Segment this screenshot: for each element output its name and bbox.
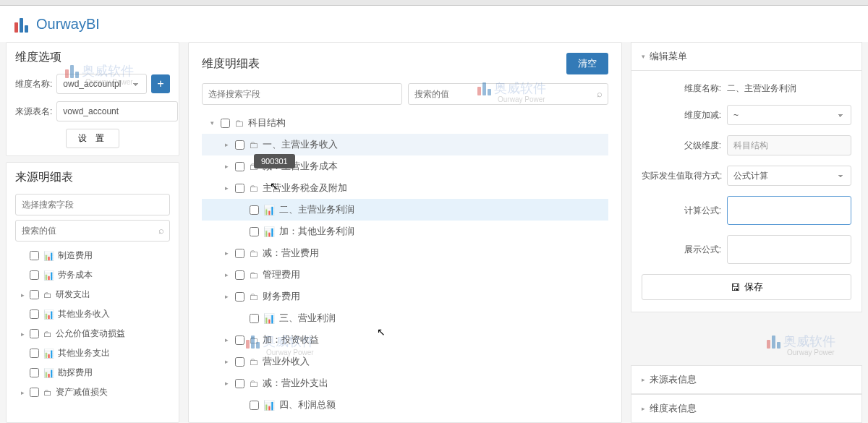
dim-pm-select[interactable]: ~ xyxy=(727,105,851,125)
tree-item[interactable]: ▸🗀公允价值变动损益 xyxy=(15,324,170,343)
tree-item[interactable]: 📊劳务成本 xyxy=(15,265,170,285)
tree-item[interactable]: ▸🗀减：营业费用 xyxy=(202,242,608,264)
folder-icon: 🗀 xyxy=(249,183,258,194)
search-icon[interactable]: ⌕ xyxy=(597,88,603,99)
edit-menu-header[interactable]: ▾ 编辑菜单 xyxy=(631,42,862,71)
save-icon: 🖫 xyxy=(731,282,740,293)
detail-table-title: 维度明细表 xyxy=(202,56,566,72)
parent-dim-input xyxy=(727,135,851,155)
edit-form: 维度名称:二、主营业务利润 维度加减:~ 父级维度: 实际发生值取得方式:公式计… xyxy=(631,71,862,312)
chart-icon: 📊 xyxy=(263,313,275,324)
tree-item[interactable]: 📊勘探费用 xyxy=(15,363,170,383)
tree-item[interactable]: ▸🗀财务费用 xyxy=(202,286,608,307)
folder-icon: 🗀 xyxy=(249,140,258,150)
tree-item[interactable]: 📊制造费用 xyxy=(15,246,170,265)
detail-title: 来源明细表 xyxy=(15,170,170,185)
source-info-header[interactable]: ▸来源表信息 xyxy=(631,365,862,394)
source-table-label: 来源表名: xyxy=(15,106,52,118)
tree-item[interactable]: 📊其他业务支出 xyxy=(15,343,170,363)
tree-item[interactable]: 📊三、营业利润 xyxy=(202,307,608,329)
folder-icon: 🗀 xyxy=(249,378,258,389)
tree-item[interactable]: ▸🗀减：营业外支出 xyxy=(202,372,608,394)
options-title: 维度选项 xyxy=(15,50,170,65)
folder-icon: 🗀 xyxy=(249,356,258,367)
chart-icon: 📊 xyxy=(263,400,275,411)
folder-icon: 🗀 xyxy=(43,329,52,339)
chevron-right-icon: ▸ xyxy=(642,405,645,412)
tree-item[interactable]: 📊以前年度损益调整 xyxy=(15,402,170,405)
dimension-options-panel: 维度选项 维度名称: owd_accountpl + 来源表名: 设 置 xyxy=(6,42,179,156)
folder-icon: 🗀 xyxy=(249,248,258,259)
calc-formula-input[interactable] xyxy=(727,196,851,225)
display-formula-input[interactable] xyxy=(727,235,851,264)
search-field-input[interactable] xyxy=(15,194,170,215)
chart-icon: 📊 xyxy=(43,349,54,359)
tree-item[interactable]: ▸🗀管理费用 xyxy=(202,264,608,286)
brand-name: OurwayBI xyxy=(36,16,100,33)
save-button[interactable]: 🖫保存 xyxy=(642,274,851,300)
tree-item[interactable]: ▸🗀营业外收入 xyxy=(202,351,608,372)
folder-icon: 🗀 xyxy=(43,290,52,300)
source-table-input[interactable] xyxy=(56,101,178,121)
chart-icon: 📊 xyxy=(43,368,54,378)
tree-item[interactable]: 📊四、利润总额 xyxy=(202,394,608,416)
tree-item[interactable]: 📊二、主营业务利润 xyxy=(202,199,608,221)
tree-item[interactable]: 📊加：其他业务利润 xyxy=(202,221,608,242)
edit-dim-name: 二、主营业务利润 xyxy=(727,82,851,95)
search-icon[interactable]: ⌕ xyxy=(158,225,164,236)
chart-icon: 📊 xyxy=(43,251,54,261)
dim-name-label: 维度名称: xyxy=(15,78,52,90)
folder-icon: 🗀 xyxy=(43,388,52,398)
chart-icon: 📊 xyxy=(263,205,275,215)
mid-search-field[interactable] xyxy=(202,83,402,105)
add-button[interactable]: + xyxy=(151,74,170,93)
settings-button[interactable]: 设 置 xyxy=(66,129,119,148)
tree-item[interactable]: ▸🗀一、主营业务收入 xyxy=(202,134,608,155)
tree-item[interactable]: ▸🗀研发支出 xyxy=(15,285,170,304)
logo-icon xyxy=(14,15,32,33)
clear-button[interactable]: 清空 xyxy=(566,53,608,74)
detail-table-panel: 维度明细表 清空 ⌕ 900301 ↖ ↖ ▾🗀科目结构▸🗀一、主营业务收入▸🗀… xyxy=(188,42,622,423)
dim-info-header[interactable]: ▸维度表信息 xyxy=(631,394,862,423)
tree-item[interactable]: ▸🗀资产减值损失 xyxy=(15,383,170,402)
folder-icon: 🗀 xyxy=(234,118,244,129)
actual-method-select[interactable]: 公式计算 xyxy=(727,166,851,186)
chart-icon: 📊 xyxy=(43,270,54,281)
chevron-right-icon: ▸ xyxy=(642,376,645,383)
mid-search-value[interactable] xyxy=(408,83,608,105)
tree-item[interactable]: ▸🗀主营业务税金及附加 xyxy=(202,177,608,199)
source-detail-panel: 来源明细表 ⌕ 📊制造费用📊劳务成本▸🗀研发支出📊其他业务收入▸🗀公允价值变动损… xyxy=(6,162,179,423)
search-value-input[interactable] xyxy=(15,220,170,242)
app-header: OurwayBI xyxy=(0,6,868,42)
chart-icon: 📊 xyxy=(43,309,54,320)
tree-item[interactable]: ▾🗀科目结构 xyxy=(202,112,608,134)
chevron-down-icon: ▾ xyxy=(642,53,645,60)
source-tree[interactable]: 📊制造费用📊劳务成本▸🗀研发支出📊其他业务收入▸🗀公允价值变动损益📊其他业务支出… xyxy=(15,246,170,405)
tooltip: 900301 xyxy=(254,154,295,168)
folder-icon: 🗀 xyxy=(249,270,258,281)
tree-item[interactable]: 📊其他业务收入 xyxy=(15,304,170,324)
folder-icon: 🗀 xyxy=(249,335,258,346)
tree-item[interactable]: ▸🗀加：投资收益 xyxy=(202,329,608,351)
chart-icon: 📊 xyxy=(263,226,275,237)
folder-icon: 🗀 xyxy=(249,291,258,302)
dim-name-select[interactable]: owd_accountpl xyxy=(56,74,147,94)
